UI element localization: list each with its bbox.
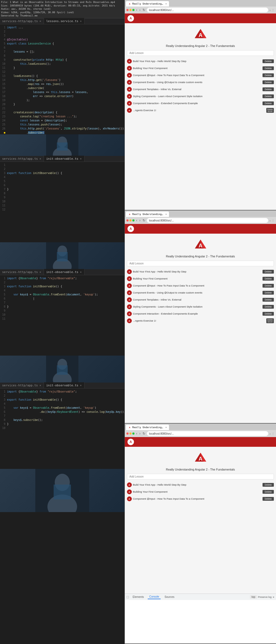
devtools-pointer-icon[interactable]: ⬚ (126, 595, 129, 598)
angular-header-3: A (125, 437, 276, 447)
devtools-tab-sources[interactable]: Sources (163, 595, 176, 599)
devtools-filter-top[interactable]: top (250, 595, 257, 599)
forward-btn-1[interactable]: › (139, 8, 141, 12)
code-area-2[interactable]: 1 2 3export function initObservable() { … (0, 162, 125, 242)
lesson-item-2-3: A Component Events - Using @Output to cr… (127, 289, 274, 296)
tab-app-ts-4[interactable]: services-http/app.ts × (0, 382, 44, 388)
tab-close-8[interactable]: × (80, 384, 82, 387)
code-area-1[interactable]: 1import ... 2 3 4@Injectable() 5export c… (0, 24, 125, 134)
dot-red-2[interactable] (126, 219, 129, 222)
delete-btn-1-6[interactable]: Delete (263, 101, 274, 105)
tab-close-3[interactable]: × (39, 157, 42, 160)
angular-logo-1: A (127, 15, 134, 22)
delete-btn-1-4[interactable]: Delete (263, 87, 274, 91)
lesson-item-2-7: A ...ngents Exercise 1! Delete02:14 (127, 318, 274, 324)
browser-tab-close-3[interactable]: × (165, 426, 167, 429)
dot-red-3[interactable] (126, 432, 129, 435)
refresh-btn-2[interactable]: ↻ (142, 219, 146, 222)
devtools-tab-console[interactable]: Console (148, 595, 161, 599)
lesson-text-2-6: Component Interaction - Extended Compone… (133, 312, 261, 315)
tab-app-ts-3[interactable]: services-http/app.ts × (0, 269, 44, 275)
tab-close-4[interactable]: × (80, 157, 82, 160)
dot-red-1[interactable] (126, 9, 129, 11)
delete-btn-2-4[interactable]: Delete (263, 298, 274, 302)
devtools-tab-elements[interactable]: Elements (131, 595, 146, 599)
add-lesson-input-2[interactable] (127, 261, 274, 266)
person-thumbnail-3 (0, 356, 125, 383)
delete-btn-2-3[interactable]: Delete (263, 291, 274, 295)
delete-btn-3-0[interactable]: Delete (263, 483, 274, 487)
delete-btn-2-5[interactable]: Delete (263, 305, 274, 309)
lesson-item-1-7: A ...ngents Exercise 1! Delete00:00 (127, 107, 274, 114)
menu-icon-1[interactable]: ⋮ (272, 9, 274, 12)
dot-yellow-2[interactable] (129, 219, 132, 222)
menu-icon-3[interactable]: ⋮ (272, 432, 274, 435)
delete-btn-2-1[interactable]: Delete (263, 277, 274, 281)
forward-btn-2[interactable]: › (139, 219, 141, 222)
bookmark-icon-1[interactable]: ☆ (269, 9, 271, 12)
dot-yellow-1[interactable] (129, 9, 132, 11)
tab-close-1[interactable]: × (39, 20, 42, 23)
tab-lessons-service[interactable]: lessons.service.ts × (44, 18, 84, 24)
tab-app-ts-1[interactable]: services-http/app.ts × (0, 18, 44, 24)
lesson-text-2-7: ...ngents Exercise 1! (133, 319, 265, 322)
left-panel: File: 1 What is an Observable Introducti… (0, 0, 125, 644)
delete-btn-3-1[interactable]: Delete (263, 490, 274, 494)
back-btn-2[interactable]: ‹ (136, 219, 138, 222)
delete-btn-2-6[interactable]: Delete (263, 312, 274, 316)
video-info-line1: File: 1 What is an Observable Introducti… (1, 1, 123, 4)
dot-green-2[interactable] (132, 219, 134, 222)
back-btn-1[interactable]: ‹ (136, 8, 138, 12)
browser-tab-2[interactable]: A Really Understanding Angul... × (126, 212, 169, 217)
tab-label: services-http/app.ts (2, 384, 38, 387)
tab-close-7[interactable]: × (39, 384, 42, 387)
url-input-2[interactable] (147, 218, 268, 223)
browser-instance-3: A Really Understanding Angul... × ‹ › ↻ … (125, 424, 276, 644)
tab-init-observable-3[interactable]: init-observable.ts × (44, 382, 84, 388)
tab-close-2[interactable]: × (80, 20, 82, 23)
browser-tab-close-1[interactable]: × (165, 2, 167, 5)
add-lesson-input-1[interactable] (127, 50, 274, 56)
browser-tab-close-2[interactable]: × (165, 213, 167, 216)
url-input-3[interactable] (147, 431, 268, 436)
delete-btn-1-7[interactable]: Delete00:00 (266, 108, 274, 113)
lesson-icon-1-4: A (127, 87, 132, 92)
back-btn-3[interactable]: ‹ (136, 432, 138, 435)
dot-yellow-3[interactable] (129, 432, 132, 435)
refresh-btn-1[interactable]: ↻ (142, 8, 146, 12)
delete-btn-1-2[interactable]: Delete (263, 73, 274, 77)
menu-icon-2[interactable]: ⋮ (272, 219, 274, 222)
bookmark-icon-3[interactable]: ☆ (269, 432, 271, 435)
delete-btn-2-7[interactable]: Delete02:14 (266, 318, 274, 323)
browser-tab-3[interactable]: A Really Understanding Angul... × (126, 425, 169, 430)
tab-init-observable-2[interactable]: init-observable.ts × (44, 269, 84, 275)
delete-btn-1-5[interactable]: Delete (263, 94, 274, 98)
delete-btn-1-3[interactable]: Delete (263, 80, 274, 84)
delete-btn-3-2[interactable]: Delete (263, 497, 274, 501)
delete-btn-2-2[interactable]: Delete (263, 284, 274, 288)
delete-btn-2-0[interactable]: Delete (263, 270, 274, 274)
code-area-3[interactable]: 1import {Observable} from "rxjs/Observab… (0, 275, 125, 356)
delete-btn-1-0[interactable]: Delete (263, 59, 274, 63)
devtools-close-btn[interactable]: × (273, 595, 274, 599)
code-area-4[interactable]: 1import {Observable} from "rxjs/Observab… (0, 389, 125, 469)
bookmark-icon-2[interactable]: ☆ (269, 219, 271, 222)
tab-label: init-observable.ts (46, 270, 78, 274)
lesson-icon-1-5: A (127, 94, 132, 99)
tab-close-5[interactable]: × (39, 271, 42, 274)
lesson-item-1-1: A Building Your First Component Delete (127, 65, 274, 71)
add-lesson-input-3[interactable] (127, 474, 274, 479)
refresh-btn-3[interactable]: ↻ (142, 432, 146, 435)
tab-app-ts-2[interactable]: services-http/app.ts × (0, 156, 44, 162)
tab-init-observable-1[interactable]: init-observable.ts × (44, 156, 84, 162)
tab-label: init-observable.ts (46, 157, 78, 161)
delete-btn-1-1[interactable]: Delete (263, 66, 274, 70)
dot-green-3[interactable] (132, 432, 134, 435)
browser-tab-1[interactable]: A Really Understanding Angul... × (126, 1, 169, 6)
forward-btn-3[interactable]: › (139, 432, 141, 435)
dot-green-1[interactable] (132, 9, 134, 11)
tab-close-6[interactable]: × (80, 271, 82, 274)
lesson-icon-2-2: A (127, 283, 132, 288)
url-input-1[interactable] (147, 8, 268, 12)
lesson-icon-3-2: A (127, 496, 132, 501)
